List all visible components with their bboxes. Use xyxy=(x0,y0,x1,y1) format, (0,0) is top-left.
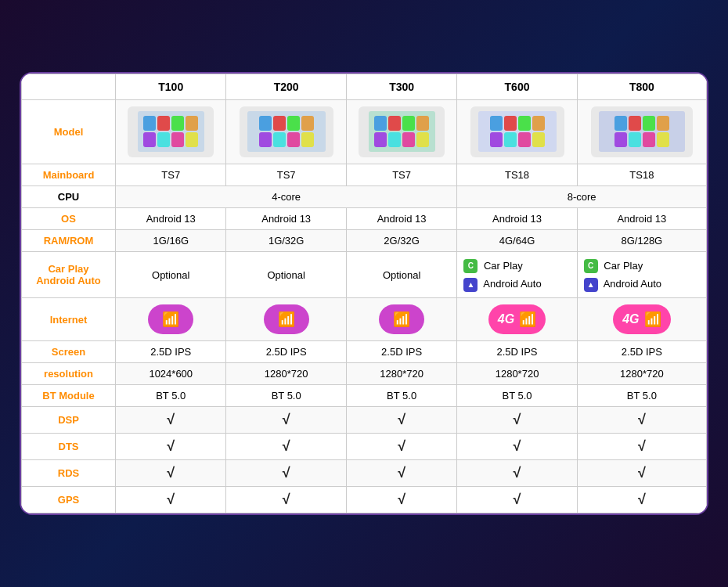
dts-check-t600: √ xyxy=(514,438,521,454)
rds-t100: √ xyxy=(116,460,226,487)
btmodule-t200: BT 5.0 xyxy=(226,385,346,407)
gps-t800: √ xyxy=(577,487,706,513)
carplay-t800-line1: C Car Play xyxy=(584,257,703,275)
os-t800: Android 13 xyxy=(577,207,706,229)
carplay-t300: Optional xyxy=(346,251,456,298)
dsp-check-t300: √ xyxy=(398,412,405,427)
wifi-badge-t200: 📶 xyxy=(264,304,309,334)
screen-t600: 2.5D IPS xyxy=(457,341,577,363)
model-t600-cell xyxy=(457,99,577,164)
device-t300 xyxy=(359,106,445,157)
dts-row: DTS √ √ √ √ √ xyxy=(22,434,707,460)
mainboard-label: Mainboard xyxy=(22,164,116,185)
dts-t200: √ xyxy=(226,434,346,460)
wifi-badge-t100: 📶 xyxy=(148,304,193,334)
device-t600 xyxy=(470,106,564,157)
carplay-t600: C Car Play ▲ Android Auto xyxy=(457,251,577,298)
header-t600: T600 xyxy=(457,74,577,99)
rds-check-t800: √ xyxy=(638,465,646,481)
screen-t800: 2.5D IPS xyxy=(577,341,706,363)
internet-row: Internet 📶 📶 📶 4G 📶 xyxy=(22,298,707,341)
mainboard-t200: TS7 xyxy=(226,164,346,185)
internet-label: Internet xyxy=(22,298,116,341)
screen-t600 xyxy=(478,111,557,152)
internet-t600: 4G 📶 xyxy=(457,298,577,341)
rds-check-t300: √ xyxy=(398,465,405,481)
gps-t300: √ xyxy=(346,487,456,513)
gps-row: GPS √ √ √ √ √ xyxy=(22,487,707,513)
btmodule-t300: BT 5.0 xyxy=(346,385,456,407)
gps-check-t600: √ xyxy=(514,492,521,507)
header-t100: T100 xyxy=(116,74,226,99)
rds-t300: √ xyxy=(346,460,456,487)
carplay-t200: Optional xyxy=(226,251,346,298)
carplay-t100: Optional xyxy=(116,251,226,298)
model-label: Model xyxy=(22,99,116,164)
screen-t300 xyxy=(369,111,435,152)
screen-t200 xyxy=(247,111,326,152)
model-t100-cell xyxy=(116,99,226,164)
ramrom-t800: 8G/128G xyxy=(577,229,706,251)
carplay-green-icon-t800: C xyxy=(584,259,598,273)
resolution-t300: 1280*720 xyxy=(346,363,456,385)
btmodule-label: BT Module xyxy=(22,385,116,407)
os-label: OS xyxy=(22,207,116,229)
header-row: T100 T200 T300 T600 T800 xyxy=(22,74,707,99)
mainboard-row: Mainboard TS7 TS7 TS7 TS18 TS18 xyxy=(22,164,707,185)
carplay-t600-line2: ▲ Android Auto xyxy=(463,275,573,293)
android-auto-blue-icon-t800: ▲ xyxy=(584,278,598,292)
mainboard-t800: TS18 xyxy=(577,164,706,185)
header-t300: T300 xyxy=(346,74,456,99)
rds-t600: √ xyxy=(457,460,577,487)
gps-check-t800: √ xyxy=(638,492,646,507)
rds-check-t100: √ xyxy=(167,465,175,481)
gps-check-t200: √ xyxy=(283,492,290,507)
rds-check-t200: √ xyxy=(283,465,290,481)
resolution-t800: 1280*720 xyxy=(577,363,706,385)
4g-icon-t800: 4G xyxy=(622,312,639,326)
dsp-check-t600: √ xyxy=(514,412,521,427)
screen-row: Screen 2.5D IPS 2.5D IPS 2.5D IPS 2.5D I… xyxy=(22,341,707,363)
dsp-check-t100: √ xyxy=(167,412,175,427)
wifi-icon-t800: 📶 xyxy=(644,311,661,328)
wifi-4g-badge-t600: 4G 📶 xyxy=(488,304,546,334)
screen-t200: 2.5D IPS xyxy=(226,341,346,363)
os-row: OS Android 13 Android 13 Android 13 Andr… xyxy=(22,207,707,229)
dsp-label: DSP xyxy=(22,407,116,434)
rds-label: RDS xyxy=(22,460,116,487)
model-t800-cell xyxy=(577,99,706,164)
btmodule-t600: BT 5.0 xyxy=(457,385,577,407)
resolution-t200: 1280*720 xyxy=(226,363,346,385)
header-empty xyxy=(22,74,116,99)
model-t200-cell xyxy=(226,99,346,164)
cpu-8core: 8-core xyxy=(457,185,707,207)
cpu-label: CPU xyxy=(22,185,116,207)
dsp-row: DSP √ √ √ √ √ xyxy=(22,407,707,434)
device-t800 xyxy=(591,106,693,157)
resolution-t100: 1024*600 xyxy=(116,363,226,385)
rds-t200: √ xyxy=(226,460,346,487)
4g-icon-t600: 4G xyxy=(498,312,514,326)
screen-label: Screen xyxy=(22,341,116,363)
carplay-t600-line1: C Car Play xyxy=(463,257,573,275)
ramrom-t100: 1G/16G xyxy=(116,229,226,251)
carplay-green-icon-t600: C xyxy=(463,259,478,273)
dts-check-t200: √ xyxy=(283,438,290,454)
internet-t800: 4G 📶 xyxy=(577,298,706,341)
wifi-badge-t300: 📶 xyxy=(379,304,424,334)
ramrom-t300: 2G/32G xyxy=(346,229,456,251)
resolution-label: resolution xyxy=(22,363,116,385)
rds-t800: √ xyxy=(577,460,706,487)
screen-t100: 2.5D IPS xyxy=(116,341,226,363)
ramrom-label: RAM/ROM xyxy=(22,229,116,251)
btmodule-row: BT Module BT 5.0 BT 5.0 BT 5.0 BT 5.0 BT… xyxy=(22,385,707,407)
dts-check-t300: √ xyxy=(398,438,405,454)
carplay-label: Car Play Android Auto xyxy=(22,251,116,298)
gps-t600: √ xyxy=(457,487,577,513)
dsp-check-t800: √ xyxy=(638,412,646,427)
dsp-t600: √ xyxy=(457,407,577,434)
comparison-table-container: T100 T200 T300 T600 T800 Model xyxy=(20,72,708,516)
wifi-icon-t600: 📶 xyxy=(519,311,536,328)
cpu-4core: 4-core xyxy=(116,185,457,207)
carplay-row: Car Play Android Auto Optional Optional … xyxy=(22,251,707,298)
